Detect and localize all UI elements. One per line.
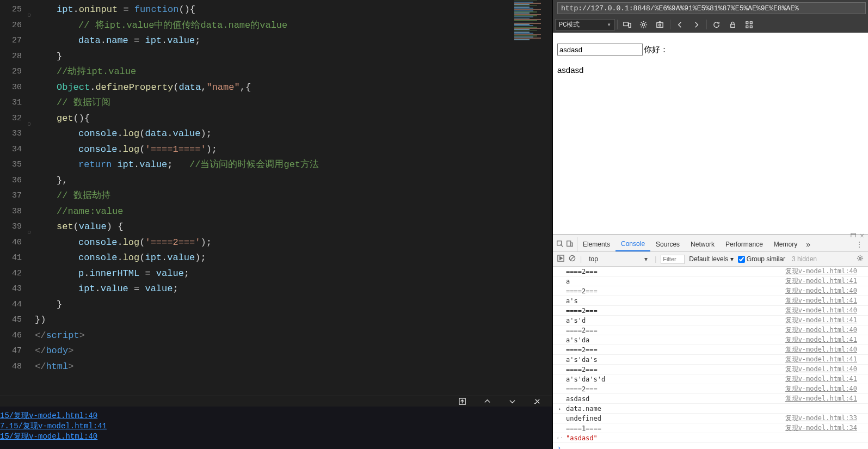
output-link[interactable]: 15/复现v-model.html:40 (0, 432, 552, 442)
chevron-down-icon: ▾ (607, 21, 611, 29)
device-toggle-icon[interactable] (566, 240, 574, 249)
forward-icon[interactable] (689, 17, 704, 32)
devtools-tab-elements[interactable]: Elements (577, 237, 615, 251)
editor-body[interactable]: 2526272829303132333435363738394041424344… (0, 0, 552, 396)
log-source-link[interactable]: 复现v-model.html:33 (785, 414, 857, 423)
svg-rect-9 (746, 26, 748, 28)
svg-point-5 (659, 24, 661, 26)
log-source-link[interactable]: 复现v-model.html:41 (785, 394, 857, 403)
svg-rect-10 (750, 26, 753, 28)
device-mode-label: PC模式 (559, 20, 580, 29)
browser-toolbar: PC模式▾ (553, 16, 868, 33)
log-source-link[interactable]: 复现v-model.html:34 (785, 423, 857, 433)
svg-line-18 (570, 256, 574, 260)
qrcode-icon[interactable] (742, 17, 757, 32)
back-icon[interactable] (673, 17, 688, 32)
log-source-link[interactable]: 复现v-model.html:41 (785, 374, 857, 384)
log-source-link[interactable]: 复现v-model.html:41 (785, 335, 857, 345)
output-link[interactable]: 7.15/复现v-model.html:41 (0, 421, 552, 432)
log-source-link[interactable]: 复现v-model.html:40 (785, 286, 857, 296)
console-log-row[interactable]: ====2===复现v-model.html:40 (553, 286, 868, 296)
hidden-count[interactable]: 3 hidden (792, 255, 817, 263)
svg-rect-4 (657, 22, 663, 27)
context-label: top (589, 255, 598, 263)
output-link[interactable]: 15/复现v-model.html:40 (0, 411, 552, 421)
console-log-row[interactable]: ====2===复现v-model.html:40 (553, 325, 868, 335)
console-log-row[interactable] (553, 443, 868, 449)
log-source-link[interactable]: 复现v-model.html:41 (785, 355, 857, 364)
device-mode-select[interactable]: PC模式▾ (555, 19, 615, 30)
browser-panel: PC模式▾ 你好： asdasd (552, 0, 868, 449)
console-log-row[interactable]: a复现v-model.html:41 (553, 276, 868, 286)
rendered-page: 你好： asdasd (553, 33, 868, 234)
devtools-tabs: ElementsConsoleSourcesNetworkPerformance… (553, 237, 868, 252)
url-bar (553, 0, 868, 16)
log-levels-select[interactable]: Default levels ▾ (689, 255, 733, 263)
devtools-tab-network[interactable]: Network (685, 237, 720, 251)
url-input[interactable] (557, 2, 866, 14)
console-log-row[interactable]: a's复现v-model.html:41 (553, 296, 868, 306)
gear-icon[interactable] (636, 17, 651, 32)
play-icon[interactable] (557, 255, 564, 263)
devtools-tab-sources[interactable]: Sources (650, 237, 685, 251)
console-log-row[interactable]: asdasd复现v-model.html:41 (553, 394, 868, 404)
log-source-link[interactable]: 复现v-model.html:40 (785, 306, 857, 315)
console-log-row[interactable]: a's'd复现v-model.html:41 (553, 316, 868, 325)
console-filter-input[interactable] (661, 255, 685, 264)
clear-console-icon[interactable] (569, 255, 576, 263)
svg-rect-8 (750, 21, 753, 23)
group-similar-checkbox[interactable]: Group similar (738, 255, 785, 263)
devtools-tab-console[interactable]: Console (615, 237, 650, 251)
separator (617, 20, 618, 29)
separator (706, 20, 707, 29)
tabs-overflow-icon[interactable]: » (806, 240, 810, 249)
code-area[interactable]: ipt.oninput = function(){// 将ipt.value中的… (26, 0, 552, 396)
console-log-row[interactable]: a's'da复现v-model.html:41 (553, 335, 868, 345)
context-select[interactable]: top▾ (586, 254, 650, 265)
chevron-down-icon: ▾ (644, 255, 648, 263)
svg-rect-6 (731, 24, 735, 27)
console-log-row[interactable]: ====2===复现v-model.html:40 (553, 345, 868, 355)
devtools-tab-memory[interactable]: Memory (768, 237, 803, 251)
console-settings-icon[interactable] (857, 255, 864, 263)
minimap[interactable] (514, 0, 552, 76)
console-log-row[interactable]: undefined复现v-model.html:33 (553, 414, 868, 423)
log-source-link[interactable]: 复现v-model.html:40 (785, 267, 857, 276)
log-source-link[interactable]: 复现v-model.html:41 (785, 316, 857, 325)
devtools-menu-icon[interactable]: ⋮ (851, 241, 868, 248)
svg-rect-1 (624, 22, 628, 26)
svg-rect-7 (746, 21, 748, 23)
console-log-row[interactable]: ====1====复现v-model.html:34 (553, 423, 868, 433)
app-root: 2526272829303132333435363738394041424344… (0, 0, 868, 449)
page-output: asdasd (557, 65, 864, 75)
log-source-link[interactable]: 复现v-model.html:40 (785, 325, 857, 335)
lock-icon[interactable] (725, 17, 741, 32)
devtools-panel: ElementsConsoleSourcesNetworkPerformance… (553, 234, 868, 449)
svg-rect-14 (567, 241, 571, 246)
svg-rect-15 (571, 243, 573, 246)
console-log-row[interactable]: "asdasd" (553, 433, 868, 443)
group-similar-label: Group similar (747, 255, 785, 263)
reload-icon[interactable] (709, 17, 724, 32)
page-text-input[interactable] (557, 44, 643, 56)
console-log-row[interactable]: data.name (553, 404, 868, 414)
screenshot-icon[interactable] (652, 17, 668, 32)
log-source-link[interactable]: 复现v-model.html:41 (785, 276, 857, 286)
log-source-link[interactable]: 复现v-model.html:40 (785, 345, 857, 354)
log-source-link[interactable]: 复现v-model.html:41 (785, 296, 857, 305)
console-log-row[interactable]: ====2===复现v-model.html:40 (553, 365, 868, 374)
devices-icon[interactable] (620, 17, 635, 32)
devtools-tab-performance[interactable]: Performance (720, 237, 768, 251)
console-log-row[interactable]: ====2===复现v-model.html:40 (553, 384, 868, 394)
page-label: 你好： (644, 45, 668, 54)
console-log-row[interactable]: a's'da's'd复现v-model.html:41 (553, 374, 868, 384)
console-log-row[interactable]: ====2===复现v-model.html:40 (553, 306, 868, 316)
inspect-icon[interactable] (556, 240, 564, 249)
log-source-link[interactable]: 复现v-model.html:40 (785, 365, 857, 374)
console-filter-bar: | top▾ | Default levels ▾ Group similar … (553, 252, 868, 267)
console-log-row[interactable]: a's'da's复现v-model.html:41 (553, 355, 868, 365)
svg-point-19 (859, 257, 861, 260)
console-log-row[interactable]: ====2===复现v-model.html:40 (553, 267, 868, 276)
console-log-list[interactable]: ====2===复现v-model.html:40a复现v-model.html… (553, 267, 868, 449)
log-source-link[interactable]: 复现v-model.html:40 (785, 384, 857, 393)
